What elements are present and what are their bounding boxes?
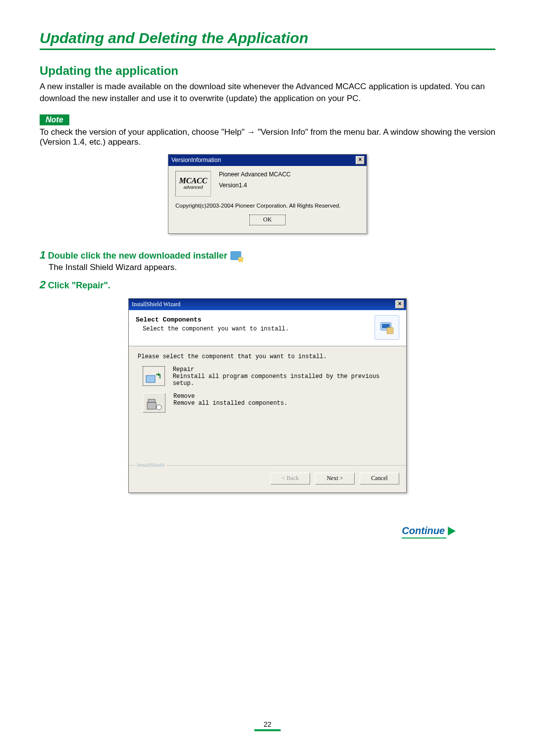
body-prompt: Please select the component that you wan… (138, 353, 397, 360)
product-version: Version1.4 (219, 182, 291, 189)
remove-desc: Remove all installed components. (173, 400, 287, 407)
dialog-title: VersionInformation (171, 157, 221, 163)
step-2: 2 Click "Repair". (40, 278, 495, 291)
close-icon[interactable]: × (395, 300, 404, 309)
dialog-titlebar: VersionInformation × (168, 155, 367, 166)
version-info-dialog: VersionInformation × MCACC advanced Pion… (168, 154, 367, 234)
step-1-desc: The Install Shield Wizard appears. (49, 263, 495, 272)
remove-option[interactable]: Remove Remove all installed components. (143, 393, 397, 413)
step-2-label: Click "Repair". (48, 280, 110, 290)
repair-desc: Reinstall all program components install… (173, 373, 397, 387)
close-icon[interactable]: × (356, 156, 365, 164)
note-badge: Note (40, 114, 69, 125)
svg-rect-5 (148, 399, 155, 402)
dialog-title: InstallShield Wizard (132, 301, 180, 308)
repair-title: Repair (173, 366, 397, 373)
continue-label: Continue (402, 525, 445, 537)
cancel-button[interactable]: Cancel (360, 473, 399, 485)
arrow-icon: → (247, 127, 255, 137)
step-2-number: 2 (40, 278, 46, 291)
repair-icon (143, 366, 165, 386)
svg-rect-4 (147, 402, 156, 409)
installer-file-icon (230, 251, 241, 260)
computer-box-icon (374, 315, 399, 340)
note-text: To check the version of your application… (40, 127, 495, 147)
step-1-label: Double click the new downloaded installe… (48, 251, 227, 261)
logo-main-text: MCACC (179, 177, 208, 184)
logo-sub-text: advanced (183, 185, 203, 190)
header-title: Select Components (136, 316, 202, 324)
dialog-footer: < Back Next > Cancel (129, 465, 406, 492)
section-heading: Updating the application (40, 64, 495, 78)
continue-link[interactable]: Continue (402, 525, 456, 537)
product-name: Pioneer Advanced MCACC (219, 171, 291, 178)
installshield-dialog: InstallShield Wizard × Select Components… (128, 298, 407, 493)
repair-option[interactable]: Repair Reinstall all program components … (143, 366, 397, 387)
page-title: Updating and Deleting the Application (40, 30, 495, 47)
copyright-text: Copyright(c)2003-2004 Pioneer Corporatio… (175, 203, 360, 209)
svg-rect-3 (146, 376, 155, 382)
title-rule (40, 49, 495, 50)
svg-rect-2 (387, 327, 393, 334)
mcacc-logo: MCACC advanced (175, 171, 211, 197)
page-number: 22 (254, 720, 281, 731)
header-desc: Select the component you want to install… (143, 325, 289, 332)
back-button: < Back (270, 473, 310, 485)
svg-point-6 (157, 405, 161, 410)
dialog-titlebar: InstallShield Wizard × (129, 299, 406, 310)
remove-icon (143, 393, 165, 413)
next-button[interactable]: Next > (315, 473, 355, 485)
remove-title: Remove (173, 393, 287, 400)
intro-paragraph: A new installer is made available on the… (40, 81, 495, 105)
note-part-a: To check the version of your application… (40, 127, 245, 137)
step-1-number: 1 (40, 249, 46, 261)
ok-button[interactable]: OK (249, 215, 286, 225)
continue-arrow-icon (448, 527, 456, 536)
step-1: 1 Double click the new downloaded instal… (40, 249, 495, 272)
